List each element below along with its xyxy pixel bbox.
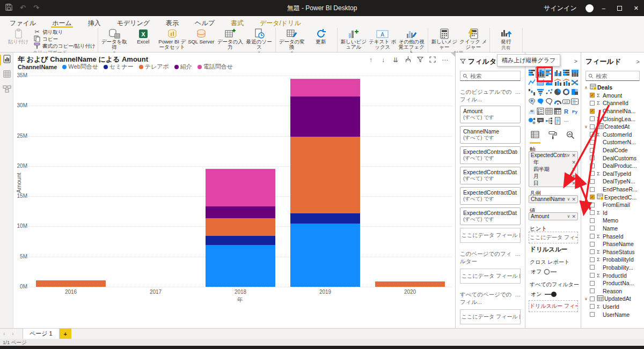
field-checkbox[interactable] bbox=[590, 155, 595, 160]
field-row-DealProduc[interactable]: DealProduc... bbox=[581, 162, 644, 170]
close-button[interactable]: ✕ bbox=[634, 5, 639, 12]
remove-field-icon[interactable]: ✕ bbox=[572, 167, 576, 172]
field-row-EndPhaseR[interactable]: EndPhaseR... bbox=[581, 185, 644, 194]
drillthrough-drop-area[interactable]: ドリルスルー フィールド... bbox=[529, 300, 578, 312]
field-row-Reason[interactable]: Reason bbox=[581, 287, 644, 295]
expand-chevron-icon[interactable]: ∨ bbox=[584, 124, 590, 129]
viz-type-100-stacked-bar-chart[interactable] bbox=[562, 68, 570, 77]
legend-item[interactable]: 紹介 bbox=[174, 63, 192, 71]
remove-field-icon[interactable]: ✕ bbox=[572, 181, 576, 186]
nav-report-view[interactable] bbox=[0, 53, 13, 68]
field-row-ProbabilityId[interactable]: ΣProbabilityId bbox=[581, 256, 644, 264]
remove-field-icon[interactable]: ✕ bbox=[572, 197, 576, 202]
ribbon-button[interactable]: Power BI データセット bbox=[158, 28, 186, 50]
field-row-Probability[interactable]: Probability... bbox=[581, 264, 644, 272]
ribbon-tab-ホーム[interactable]: ホーム bbox=[51, 18, 73, 28]
maximize-button[interactable] bbox=[617, 6, 622, 11]
expand-all-down-icon[interactable] bbox=[404, 56, 412, 64]
remove-field-icon[interactable]: ✕ bbox=[572, 214, 576, 219]
viz-type-line-chart[interactable] bbox=[528, 77, 536, 87]
field-row-UserName[interactable]: UserName bbox=[581, 310, 644, 318]
axis-well-item[interactable]: 日✕ bbox=[529, 180, 577, 187]
legend-item[interactable]: 電話問合せ bbox=[197, 63, 233, 71]
more-options-icon[interactable]: … bbox=[515, 88, 521, 103]
filter-search-box[interactable] bbox=[460, 71, 521, 81]
field-checkbox[interactable] bbox=[590, 148, 595, 153]
legend-item[interactable]: セミナー bbox=[104, 63, 134, 71]
expand-chevron-icon[interactable]: ∨ bbox=[584, 296, 590, 301]
field-row-DealTypeN[interactable]: DealTypeN... bbox=[581, 177, 644, 185]
legend-item[interactable]: テレアポ bbox=[139, 63, 169, 71]
ribbon-button[interactable]: SQL Server bbox=[187, 28, 215, 44]
field-checkbox[interactable]: ✓ bbox=[590, 195, 595, 199]
field-checkbox[interactable] bbox=[590, 132, 595, 137]
field-row-Id[interactable]: ΣId bbox=[581, 209, 644, 217]
fields-search-input[interactable] bbox=[596, 73, 637, 79]
report-canvas[interactable]: 年 および ChannelName による Amount ChannelName… bbox=[13, 53, 455, 328]
prev-page-icon[interactable]: ‹ bbox=[0, 329, 9, 339]
legend-field-well[interactable]: ChannelName∨✕ bbox=[529, 195, 578, 203]
viz-type-matrix[interactable] bbox=[553, 106, 562, 116]
field-checkbox[interactable] bbox=[590, 296, 595, 301]
viz-type-ribbon-chart[interactable] bbox=[570, 77, 579, 87]
bar-segment[interactable] bbox=[206, 218, 275, 236]
field-row-FromEmail[interactable]: FromEmail bbox=[581, 201, 644, 209]
field-row-ChannelNa[interactable]: ✓ChannelNa... bbox=[581, 107, 644, 115]
viz-type-pie-chart[interactable] bbox=[553, 87, 562, 96]
ribbon-button[interactable]: 貼り付け bbox=[4, 28, 32, 44]
ribbon-tab-データ/ドリル[interactable]: データ/ドリル bbox=[259, 18, 302, 28]
viz-type-shape-map[interactable] bbox=[545, 96, 553, 106]
filter-card[interactable]: Amount(すべて) です bbox=[460, 106, 521, 123]
field-checkbox[interactable] bbox=[590, 171, 595, 176]
filter-card[interactable]: ExpectedContractDat...(すべて) です bbox=[460, 187, 521, 205]
bar-segment[interactable] bbox=[290, 224, 360, 287]
legend-item[interactable]: Web問合せ bbox=[62, 63, 98, 71]
viz-type-map[interactable] bbox=[528, 96, 536, 106]
field-row-ProductNa[interactable]: ProductNa... bbox=[581, 279, 644, 287]
remove-field-icon[interactable]: ✕ bbox=[572, 174, 576, 179]
viz-type-donut-chart[interactable] bbox=[562, 87, 570, 96]
field-row-UserId[interactable]: ΣUserId bbox=[581, 303, 644, 311]
viz-type-stacked-area-chart[interactable] bbox=[545, 77, 553, 87]
viz-type-treemap[interactable] bbox=[570, 87, 579, 96]
filter-card[interactable]: ExpectedContractDat...(すべて) です bbox=[460, 167, 521, 184]
ribbon-button[interactable]: 書式のコピー/貼り付け bbox=[33, 43, 96, 49]
filter-icon[interactable] bbox=[416, 56, 424, 64]
bar-segment[interactable] bbox=[290, 79, 360, 97]
collapse-fields-icon[interactable]: > bbox=[636, 58, 640, 65]
viz-type-slicer[interactable] bbox=[536, 106, 545, 116]
field-checkbox[interactable] bbox=[590, 140, 595, 145]
legend-field[interactable]: ChannelName bbox=[531, 196, 565, 202]
viz-type-funnel-chart[interactable] bbox=[536, 87, 545, 96]
viz-type-table[interactable] bbox=[545, 106, 553, 116]
ribbon-tab-ファイル[interactable]: ファイル bbox=[9, 18, 37, 28]
chevron-down-icon[interactable]: ∨ bbox=[567, 197, 570, 202]
bar-segment[interactable] bbox=[206, 206, 275, 218]
collapse-visualizations-icon[interactable]: > bbox=[574, 58, 577, 64]
remove-field-icon[interactable]: ✕ bbox=[572, 160, 576, 165]
field-row-DealCustoms[interactable]: DealCustoms bbox=[581, 154, 644, 162]
ribbon-button[interactable]: 更新 bbox=[307, 28, 335, 44]
ribbon-button[interactable]: クイック メジャー bbox=[459, 28, 487, 50]
ribbon-button[interactable]: データを取得⌄ bbox=[100, 28, 128, 53]
viz-type-filled-map[interactable] bbox=[536, 96, 545, 106]
sign-in-button[interactable]: サインイン bbox=[544, 4, 576, 13]
save-icon[interactable] bbox=[5, 4, 12, 12]
viz-pane-tab-fields[interactable] bbox=[530, 131, 540, 144]
viz-type-r-script-visual[interactable]: R bbox=[562, 106, 570, 116]
ribbon-button[interactable]: データの入力 bbox=[216, 28, 244, 50]
nav-data-view[interactable] bbox=[0, 68, 13, 83]
ribbon-button[interactable]: 新しいメジャー bbox=[430, 28, 458, 50]
bar-segment[interactable] bbox=[375, 281, 445, 287]
filter-card[interactable]: ExpectedContractDat...(すべて) です bbox=[460, 207, 521, 225]
axis-well-item[interactable]: 四半期✕ bbox=[529, 166, 577, 173]
viz-type-stacked-column-chart[interactable] bbox=[536, 68, 545, 77]
ribbon-tab-表示[interactable]: 表示 bbox=[165, 18, 180, 28]
field-checkbox[interactable] bbox=[590, 273, 595, 278]
more-options-icon[interactable]: … bbox=[515, 250, 521, 265]
viz-type-more-visuals[interactable]: ⋯ bbox=[562, 116, 570, 125]
chevron-down-icon[interactable]: ∨ bbox=[567, 153, 570, 158]
bar-segment[interactable] bbox=[206, 245, 275, 287]
field-row-ChannelId[interactable]: ΣChannelId bbox=[581, 99, 644, 107]
field-checkbox[interactable] bbox=[590, 304, 595, 309]
